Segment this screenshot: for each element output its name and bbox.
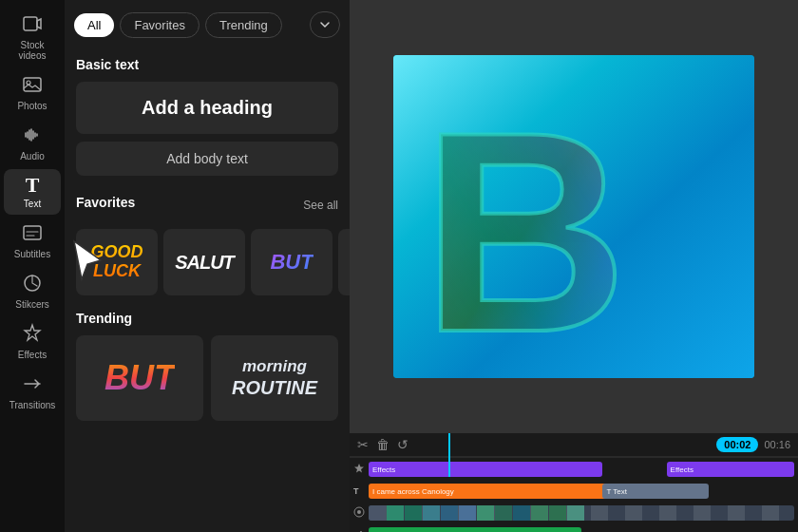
trending-grid: BUT morning ROUTINE (76, 335, 338, 421)
sidebar-label-audio: Audio (20, 151, 45, 162)
timeline-time: 00:02 00:16 (716, 437, 790, 452)
text-track-row: T I came across Canology T Text (353, 482, 794, 501)
svg-rect-3 (24, 226, 41, 239)
text-track-lane[interactable]: I came across Canology T Text (369, 483, 794, 500)
effects-clip-1[interactable]: Effects (369, 462, 602, 477)
text-icon: T (26, 175, 40, 196)
timeline-cut-icon[interactable]: ✂ (357, 437, 369, 452)
text-track-icon: T (353, 486, 367, 496)
effects-track-row: Effects Effects (353, 460, 794, 479)
photos-icon (22, 74, 43, 98)
timeline-delete-icon[interactable]: 🗑 (376, 437, 390, 452)
green-track-row: Great discover (353, 525, 794, 532)
svg-point-10 (357, 510, 361, 514)
sidebar-label-stock-videos: Stock videos (8, 40, 57, 61)
playhead[interactable] (448, 432, 450, 477)
sidebar-label-photos: Photos (17, 101, 47, 111)
favorites-row: GOODLUCK SALUT BUT › (76, 229, 338, 295)
video-clip[interactable] (369, 505, 794, 521)
green-track-lane[interactable]: Great discover (369, 526, 794, 532)
fav-but-small[interactable]: BUT (251, 229, 332, 295)
sidebar-item-stock-videos[interactable]: Stock videos (4, 8, 61, 66)
canvas-preview: B B B (350, 0, 798, 432)
transitions-icon (22, 373, 43, 397)
tracks-container: Effects Effects T I came across Canology… (350, 458, 798, 532)
sidebar-label-transitions: Transitions (10, 400, 56, 410)
tab-all[interactable]: All (74, 13, 114, 37)
green-clip[interactable]: Great discover (369, 527, 581, 532)
subtitles-icon (22, 222, 43, 246)
audio-icon (22, 124, 43, 148)
video-track-row (353, 504, 794, 522)
trending-title: Trending (76, 311, 338, 326)
preview-canvas[interactable]: B B B (393, 55, 754, 378)
fav-next-arrow[interactable]: › (338, 229, 350, 295)
favorites-header: Favorites See all (76, 191, 338, 219)
add-heading-button[interactable]: Add a heading (76, 82, 338, 134)
effects-label-2: Effects (671, 466, 694, 474)
sidebar-item-stickers[interactable]: Stikcers (4, 267, 61, 315)
total-time: 00:16 (764, 439, 790, 450)
fav-good-luck[interactable]: GOODLUCK (76, 229, 158, 295)
timeline: ✂ 🗑 ↺ 00:02 00:16 00:02 00:04 00:06 00:0… (350, 432, 798, 532)
see-all-link[interactable]: See all (303, 199, 338, 212)
sidebar-item-audio[interactable]: Audio (4, 119, 61, 167)
green-track-icon (353, 528, 367, 532)
stock-videos-icon (22, 13, 43, 37)
sidebar-label-subtitles: Subtitles (14, 249, 50, 259)
trend-morning-routine[interactable]: morning ROUTINE (211, 335, 338, 421)
effects-icon (22, 323, 43, 347)
stickers-icon (22, 273, 43, 296)
tab-trending[interactable]: Trending (205, 12, 282, 38)
trend-but[interactable]: BUT (76, 335, 203, 421)
but-large-text: BUT (104, 358, 175, 398)
salut-text: SALUT (175, 252, 234, 274)
favorites-title: Favorites (76, 195, 135, 210)
sidebar-item-text[interactable]: T Text (4, 169, 61, 215)
sidebar-item-effects[interactable]: Effects (4, 317, 61, 366)
sidebar-item-photos[interactable]: Photos (4, 68, 61, 117)
tab-favorites[interactable]: Favorites (120, 12, 199, 38)
effects-track-icon (353, 463, 367, 476)
sidebar-item-transitions[interactable]: Transitions (4, 368, 61, 416)
current-time-badge: 00:02 (716, 437, 758, 452)
effects-label-1: Effects (372, 466, 395, 474)
morning-routine-text: morning ROUTINE (232, 357, 317, 399)
text-clip[interactable]: T Text (602, 484, 709, 499)
timeline-undo-icon[interactable]: ↺ (397, 437, 408, 452)
sidebar-label-effects: Effects (18, 350, 47, 360)
svg-rect-0 (24, 17, 37, 30)
good-luck-text: GOODLUCK (90, 243, 142, 281)
tabs-bar: All Favorites Trending (65, 0, 350, 46)
timeline-toolbar: ✂ 🗑 ↺ 00:02 00:16 (350, 433, 798, 457)
sidebar-item-subtitles[interactable]: Subtitles (4, 217, 61, 265)
effects-track-lane[interactable]: Effects Effects (369, 461, 794, 478)
panel-content: Basic text Add a heading Add body text F… (65, 46, 350, 532)
text-clip-label: T Text (606, 487, 627, 496)
fav-salut[interactable]: SALUT (163, 229, 245, 295)
video-track-icon (353, 506, 367, 520)
came-across-label: I came across Canology (372, 487, 454, 496)
basic-text-title: Basic text (76, 57, 338, 72)
text-panel: All Favorites Trending Basic text Add a … (65, 0, 350, 532)
video-track-lane[interactable] (369, 504, 794, 522)
sidebar-label-stickers: Stikcers (15, 299, 49, 310)
but-small-text: BUT (270, 250, 313, 275)
sidebar: Stock videos Photos Audio T Text (0, 0, 65, 532)
tabs-dropdown[interactable] (310, 11, 340, 38)
canvas-area: B B B ✂ 🗑 ↺ 00:02 00:16 00:02 00:04 00 (350, 0, 798, 532)
add-body-button[interactable]: Add body text (76, 142, 338, 176)
effects-clip-2[interactable]: Effects (667, 462, 794, 477)
svg-rect-1 (24, 78, 41, 91)
svg-text:B: B (422, 72, 628, 378)
sidebar-label-text: Text (24, 199, 41, 209)
